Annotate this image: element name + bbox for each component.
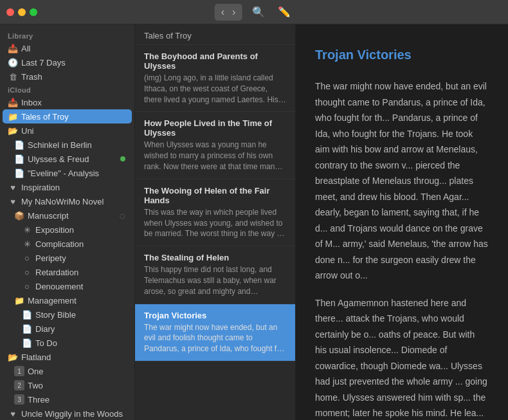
sidebar-item-exposition[interactable]: ✳ Exposition — [3, 223, 132, 237]
sidebar-item-label: Retardation — [35, 268, 78, 277]
inbox-icon: 📥 — [8, 98, 18, 107]
heart-icon: ♥ — [8, 183, 18, 192]
doc-icon: 📄 — [14, 169, 24, 178]
circle-icon: ○ — [22, 253, 32, 263]
titlebar: ‹ › 🔍 ✏️ — [0, 0, 508, 24]
sidebar-item-label: Denouement — [35, 282, 83, 291]
sidebar-item-label: Exposition — [35, 225, 74, 235]
doc-item-trojan[interactable]: Trojan Victories The war might now have … — [135, 304, 295, 361]
sun-icon: ✳ — [22, 239, 32, 249]
folder-icon: 📁 — [8, 112, 18, 122]
content-paragraph-1: The war might now have ended, but an evi… — [315, 78, 489, 284]
green-dot — [120, 156, 125, 161]
sidebar-item-label: "Eveline" - Analysis — [28, 169, 99, 178]
sidebar-item-label: Management — [28, 296, 77, 306]
content-title: Trojan Victories — [315, 44, 489, 66]
sidebar-item-todo[interactable]: 📄 To Do — [3, 336, 132, 350]
sidebar-item-label: Inbox — [21, 98, 42, 107]
sidebar-item-label: Uni — [21, 126, 34, 136]
sidebar-item-three[interactable]: 3 Three — [3, 392, 132, 406]
content-body: The war might now have ended, but an evi… — [315, 78, 489, 420]
sidebar-item-label: One — [28, 367, 44, 376]
icloud-section-label: iCloud — [0, 84, 134, 95]
sidebar-item-peripety[interactable]: ○ Peripety — [3, 251, 132, 265]
close-button[interactable] — [6, 8, 14, 16]
middle-panel: Tales of Troy The Boyhood and Parents of… — [135, 24, 296, 420]
heart-icon: ♥ — [8, 197, 18, 206]
num-badge: 3 — [14, 394, 24, 405]
library-section-label: Library — [0, 30, 134, 41]
doc-preview: This happy time did not last long, and T… — [144, 264, 286, 297]
search-button[interactable]: 🔍 — [249, 5, 268, 19]
doc-preview: (img) Long ago, in a little island calle… — [144, 73, 286, 105]
doc-icon: 📄 — [14, 154, 24, 164]
main-layout: Library 📥 All 🕐 Last 7 Days 🗑 Trash iClo… — [0, 24, 508, 420]
compose-button[interactable]: ✏️ — [275, 5, 293, 19]
sidebar-item-nanowrimo[interactable]: ♥ My NaNoWriMo Novel — [3, 194, 132, 208]
toolbar-group: ‹ › — [215, 4, 242, 21]
sidebar-item-uncle-wiggily[interactable]: ♥ Uncle Wiggily in the Woods — [3, 406, 132, 420]
titlebar-center: ‹ › 🔍 ✏️ — [215, 4, 294, 21]
sidebar-item-label: Two — [28, 381, 43, 390]
doc-item-stealing[interactable]: The Stealing of Helen This happy time di… — [135, 246, 295, 304]
doc-item-how-people[interactable]: How People Lived in the Time of Ulysses … — [135, 112, 295, 179]
sun-icon: ✳ — [22, 225, 32, 235]
sidebar-item-label: Inspiration — [21, 183, 60, 192]
sidebar-item-storybible[interactable]: 📄 Story Bible — [3, 307, 132, 322]
doc-item-wooing[interactable]: The Wooing of Helen of the Fair Hands Th… — [135, 179, 295, 246]
trash-icon: 🗑 — [8, 72, 18, 82]
sidebar-item-two[interactable]: 2 Two — [3, 378, 132, 392]
doc-title: The Wooing of Helen of the Fair Hands — [144, 186, 286, 205]
folder-icon: 📂 — [8, 352, 18, 362]
sidebar-item-trash[interactable]: 🗑 Trash — [3, 69, 132, 84]
sidebar-item-label: All — [21, 44, 30, 53]
chevron-icon: ◌ — [120, 212, 125, 219]
sidebar-item-all[interactable]: 📥 All — [3, 41, 132, 55]
clock-icon: 🕐 — [8, 58, 18, 68]
sidebar-item-manuscript[interactable]: 📦 Manuscript ◌ — [3, 208, 132, 223]
sidebar-item-diary[interactable]: 📄 Diary — [3, 322, 132, 336]
sidebar-item-one[interactable]: 1 One — [3, 364, 132, 378]
doc-item-boyhood[interactable]: The Boyhood and Parents of Ulysses (img)… — [135, 45, 295, 112]
circle-icon: ○ — [22, 282, 32, 291]
forward-button[interactable]: › — [230, 5, 238, 19]
sidebar-item-ulysses[interactable]: 📄 Ulysses & Freud — [3, 152, 132, 166]
num-badge: 2 — [14, 380, 24, 390]
sidebar-item-schinkel[interactable]: 📄 Schinkel in Berlin — [3, 138, 132, 152]
sidebar-item-label: Diary — [35, 324, 55, 334]
back-button[interactable]: ‹ — [219, 5, 227, 19]
sidebar-item-management[interactable]: 📁 Management — [3, 293, 132, 307]
middle-header: Tales of Troy — [135, 24, 295, 45]
sidebar-item-uni[interactable]: 📂 Uni — [3, 123, 132, 138]
sidebar-item-last7[interactable]: 🕐 Last 7 Days — [3, 55, 132, 69]
sidebar-item-label: Peripety — [35, 253, 66, 263]
folder-icon: 📂 — [8, 126, 18, 136]
sidebar-item-inbox[interactable]: 📥 Inbox — [3, 95, 132, 109]
sidebar-item-complication[interactable]: ✳ Complication — [3, 237, 132, 251]
minimize-button[interactable] — [18, 8, 26, 16]
doc-preview: The war might now have ended, but an evi… — [144, 322, 286, 354]
sidebar-item-label: Story Bible — [35, 310, 76, 320]
sidebar: Library 📥 All 🕐 Last 7 Days 🗑 Trash iClo… — [0, 24, 135, 420]
package-icon: 📦 — [14, 211, 24, 221]
doc-preview: When Ulysses was a young man he wished t… — [144, 140, 286, 172]
maximize-button[interactable] — [30, 8, 37, 16]
sidebar-item-label: Uncle Wiggily in the Woods — [21, 409, 123, 419]
sidebar-item-retardation[interactable]: ○ Retardation — [3, 265, 132, 279]
sidebar-item-tales[interactable]: 📁 Tales of Troy — [3, 109, 132, 123]
sidebar-item-denouement[interactable]: ○ Denouement — [3, 279, 132, 293]
sidebar-item-eveline[interactable]: 📄 "Eveline" - Analysis — [3, 166, 132, 180]
sidebar-item-inspiration[interactable]: ♥ Inspiration — [3, 180, 132, 194]
sidebar-item-label: Complication — [35, 239, 84, 249]
circle-icon: ○ — [22, 268, 32, 277]
content-paragraph-2: Then Agamemnon hastened here and there..… — [315, 295, 489, 421]
sidebar-item-label: Tales of Troy — [21, 112, 69, 122]
sidebar-item-flatland[interactable]: 📂 Flatland — [3, 350, 132, 364]
doc-preview: This was the way in which people lived w… — [144, 207, 286, 239]
doc-title: The Stealing of Helen — [144, 253, 286, 262]
num-badge: 1 — [14, 366, 24, 376]
folder-icon: 📁 — [14, 296, 24, 306]
heart-icon: ♥ — [8, 409, 18, 419]
doc-title: The Boyhood and Parents of Ulysses — [144, 51, 286, 71]
sidebar-item-label: Trash — [21, 72, 42, 82]
